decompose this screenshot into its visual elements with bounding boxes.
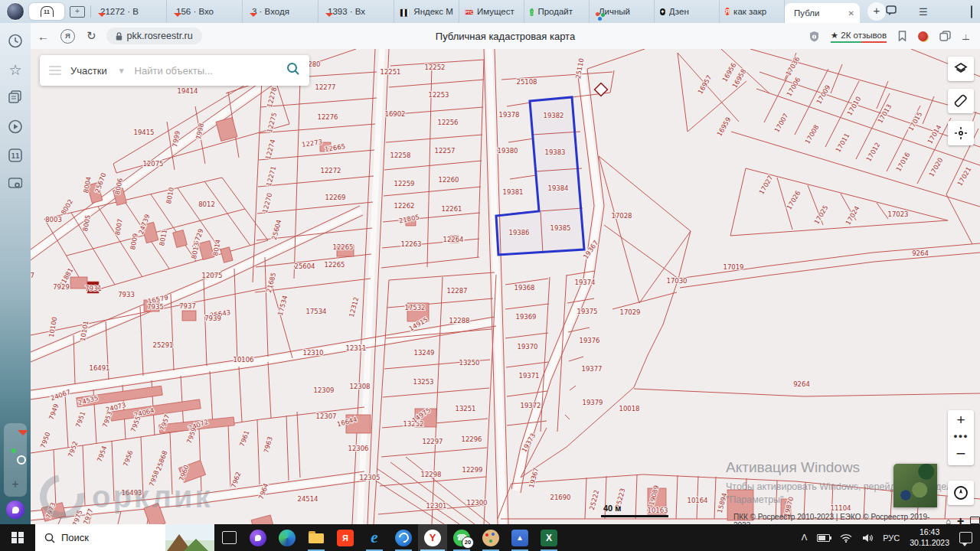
back-icon[interactable]: ←: [38, 30, 49, 43]
parcel-label[interactable]: 12296: [461, 435, 482, 443]
basemap-preview-thumbnail[interactable]: [893, 464, 937, 507]
parcel-label[interactable]: 12252: [424, 64, 445, 71]
measure-ruler-tool-button[interactable]: [948, 89, 974, 113]
browser-tab[interactable]: 21272 · В: [91, 0, 167, 23]
parcel-label[interactable]: 13250: [459, 359, 479, 367]
parcel-label[interactable]: 12300: [466, 499, 487, 507]
parcel-label[interactable]: 17008: [803, 123, 820, 145]
parcel-label[interactable]: 12258: [390, 152, 410, 159]
parcel-label[interactable]: 17015: [906, 110, 923, 132]
parcel-label[interactable]: 12270: [261, 192, 274, 214]
parcel-label[interactable]: 8010: [165, 187, 175, 204]
parcel-label[interactable]: 19377: [581, 365, 602, 373]
new-tab-button[interactable]: +: [867, 2, 886, 21]
parcel-label[interactable]: 7998: [194, 122, 205, 140]
parcel-label[interactable]: 12299: [462, 466, 482, 474]
parcel-label[interactable]: 12256: [437, 119, 458, 126]
parcel-label[interactable]: 12275: [266, 112, 279, 134]
parcel-label[interactable]: 13251: [455, 405, 475, 412]
parcel-label[interactable]: 19386: [508, 229, 529, 236]
parcel-label[interactable]: 7963: [262, 435, 273, 453]
locate-object-tool-button[interactable]: [948, 121, 974, 145]
parcel-label[interactable]: 19376: [579, 337, 599, 344]
protect-shield-icon[interactable]: [809, 31, 819, 42]
parcel-label[interactable]: 8012: [198, 201, 215, 208]
menu-burger-icon[interactable]: [49, 66, 61, 75]
wifi-icon[interactable]: [840, 533, 852, 543]
parcel-label[interactable]: 7949: [47, 403, 60, 421]
parcel-label[interactable]: 12264: [443, 236, 463, 243]
parcel-label[interactable]: 12307: [315, 412, 336, 420]
parcel-label[interactable]: 10106: [233, 356, 253, 364]
extension-icon[interactable]: [918, 31, 928, 41]
parcel-label[interactable]: 12253: [428, 91, 449, 99]
parcel-label[interactable]: 17534: [276, 295, 289, 317]
clock-widget[interactable]: 16:4330.11.2023: [910, 527, 949, 547]
parcel-label[interactable]: 19370: [517, 343, 537, 350]
parcel-label[interactable]: 12310: [302, 349, 323, 357]
parcel-label[interactable]: 12257: [434, 147, 455, 155]
search-input[interactable]: [133, 64, 277, 77]
parcel-label[interactable]: 17027: [757, 174, 774, 195]
browser-tab[interactable]: 1393 · Вх: [318, 0, 394, 23]
cadastral-map[interactable]: 1941419415799979981207512075800280042567…: [31, 49, 980, 524]
parcel-label[interactable]: 12287: [446, 287, 467, 295]
menu-icon[interactable]: ☰: [919, 6, 928, 18]
tab-close-icon[interactable]: ✕: [848, 9, 854, 18]
parcel-label[interactable]: 7952: [67, 440, 80, 458]
parcel-label[interactable]: 12265: [332, 243, 353, 251]
parcel-label[interactable]: 12269: [325, 194, 345, 201]
parcel-label[interactable]: 7929: [53, 283, 70, 291]
parcel-label[interactable]: 7933: [118, 291, 135, 298]
zoom-options-button[interactable]: ●●●: [948, 432, 974, 444]
parcel-label[interactable]: 7961: [238, 429, 251, 448]
browser-tab[interactable]: 156 · Вхо: [167, 0, 243, 23]
tabs-count-icon[interactable]: 11: [8, 148, 22, 165]
parcel-label[interactable]: 10164: [687, 497, 707, 504]
parcel-label[interactable]: 25108: [516, 78, 537, 86]
start-button[interactable]: [0, 524, 35, 551]
tab-group-button[interactable]: 11: [29, 3, 64, 20]
parcel-label[interactable]: 13253: [413, 378, 433, 386]
bookmarks-star-icon[interactable]: ☆: [8, 61, 21, 79]
parcel-label[interactable]: 7927: [31, 272, 34, 279]
zoom-out-button[interactable]: −: [948, 444, 974, 465]
parcel-label[interactable]: 25670: [93, 172, 108, 194]
parcel-label[interactable]: 16491: [89, 364, 109, 372]
parcel-label[interactable]: 8003: [45, 216, 62, 223]
bookmark-icon[interactable]: [898, 31, 906, 41]
taskbar-explorer-icon[interactable]: [302, 524, 331, 551]
alice-icon[interactable]: [6, 500, 24, 519]
parcel-label[interactable]: 19371: [518, 372, 539, 380]
url-field[interactable]: pkk.rosreestr.ru: [106, 28, 202, 44]
yandex-services-icon[interactable]: Я: [60, 29, 75, 44]
parcel-label[interactable]: 17011: [834, 132, 851, 153]
parcel-label[interactable]: 12297: [422, 438, 443, 445]
parcel-label[interactable]: 12260: [438, 176, 459, 184]
parcel-label[interactable]: 10018: [619, 405, 639, 412]
parcel-label[interactable]: 17012: [864, 141, 881, 162]
parcel-label[interactable]: 17024: [844, 204, 861, 226]
cadastral-map-canvas[interactable]: 1941419415799979981207512075800280042567…: [31, 49, 980, 524]
taskbar-edge-icon[interactable]: [273, 524, 302, 551]
parcel-label[interactable]: 7939: [204, 315, 221, 322]
browser-tab[interactable]: Якак закр: [720, 0, 785, 23]
parcel-label[interactable]: 12305: [359, 474, 380, 481]
parcel-label[interactable]: 7951: [74, 410, 87, 429]
parcel-label[interactable]: 12309: [313, 386, 334, 394]
parcel-label[interactable]: 16959: [715, 116, 732, 137]
parcel-label[interactable]: 17030: [666, 277, 687, 285]
taskbar-yandex-icon[interactable]: Я: [331, 524, 360, 551]
parcel-label[interactable]: 21690: [550, 494, 570, 501]
parcel-label[interactable]: 10163: [647, 507, 668, 514]
parcel-label[interactable]: 12278: [266, 86, 279, 109]
parcel-label[interactable]: 19374: [574, 279, 595, 286]
parcel-label[interactable]: 9264: [793, 380, 810, 388]
parcel-label[interactable]: 17532: [404, 304, 425, 311]
parcel-label[interactable]: 12075: [142, 160, 163, 168]
language-indicator[interactable]: РУС: [883, 533, 900, 543]
parcel-label[interactable]: 19380: [497, 147, 518, 155]
parcel-label[interactable]: 19384: [547, 184, 568, 192]
parcel-label[interactable]: 17016: [894, 151, 911, 172]
chat-icon[interactable]: [886, 5, 897, 18]
